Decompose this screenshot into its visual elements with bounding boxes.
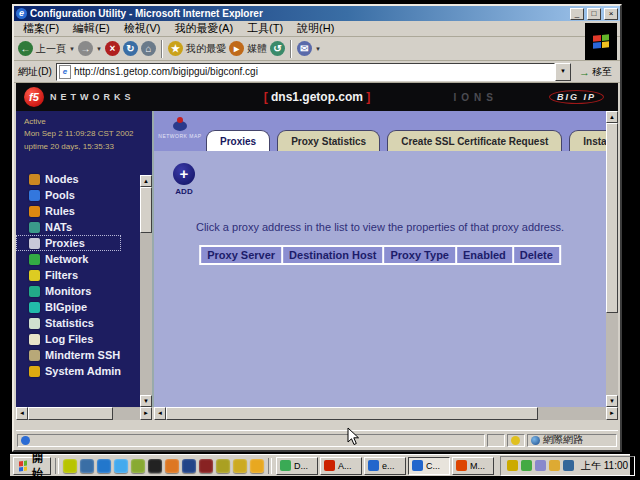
menu-tools[interactable]: 工具(T) bbox=[240, 21, 290, 36]
scroll-up-icon[interactable]: ▲ bbox=[140, 175, 152, 187]
sidebar-item-nats[interactable]: NATs bbox=[16, 219, 152, 235]
stop-button[interactable]: × bbox=[105, 41, 120, 56]
scrollbar-thumb[interactable] bbox=[140, 187, 152, 233]
scroll-down-icon[interactable]: ▼ bbox=[606, 395, 618, 407]
go-button[interactable]: → 移至 bbox=[575, 65, 616, 79]
sidebar-item-nodes[interactable]: Nodes bbox=[16, 171, 152, 187]
sidebar-item-monitors[interactable]: Monitors bbox=[16, 283, 152, 299]
back-button[interactable]: ← 上一頁 ▼ bbox=[18, 41, 75, 56]
close-button[interactable]: × bbox=[604, 8, 618, 20]
scroll-right-icon[interactable]: ► bbox=[606, 407, 618, 420]
quick-launch-icon-8[interactable] bbox=[182, 459, 196, 473]
f5-logo-text: NETWORKS bbox=[50, 92, 135, 102]
menu-help[interactable]: 說明(H) bbox=[290, 21, 341, 36]
tab-proxies[interactable]: Proxies bbox=[206, 130, 270, 151]
back-dropdown-icon[interactable]: ▼ bbox=[69, 46, 75, 52]
forward-button[interactable]: → ▼ bbox=[78, 41, 102, 56]
menu-view[interactable]: 檢視(V) bbox=[117, 21, 168, 36]
column-delete[interactable]: Delete bbox=[514, 247, 559, 263]
system-tray: 上午 11:00 bbox=[500, 456, 635, 476]
task-button-configuration-utility[interactable]: C... bbox=[408, 457, 450, 475]
sidebar-horizontal-scrollbar[interactable]: ◄ ► bbox=[16, 407, 152, 420]
scrollbar-thumb[interactable] bbox=[606, 123, 618, 313]
title-bar[interactable]: e Configuration Utility - Microsoft Inte… bbox=[14, 6, 620, 21]
quick-launch-icon-3[interactable] bbox=[97, 459, 111, 473]
sidebar-vertical-scrollbar[interactable]: ▲ ▼ bbox=[140, 175, 152, 407]
tab-proxy-statistics[interactable]: Proxy Statistics bbox=[277, 130, 380, 151]
menu-file[interactable]: 檔案(F) bbox=[16, 21, 66, 36]
quick-launch-icon-2[interactable] bbox=[80, 459, 94, 473]
minimize-button[interactable]: _ bbox=[570, 8, 584, 20]
tabs: Proxies Proxy Statistics Create SSL Cert… bbox=[206, 130, 618, 151]
quick-launch-icon-6[interactable] bbox=[148, 459, 162, 473]
media-button[interactable]: ▸ 媒體 bbox=[229, 41, 267, 56]
task-button-1[interactable]: D... bbox=[276, 457, 318, 475]
mail-dropdown-icon[interactable]: ▼ bbox=[315, 46, 321, 52]
sidebar-item-network[interactable]: Network bbox=[16, 251, 152, 267]
column-proxy-server[interactable]: Proxy Server bbox=[201, 247, 281, 263]
sidebar-item-mindterm-ssh[interactable]: Mindterm SSH bbox=[16, 347, 152, 363]
tray-icon-1[interactable] bbox=[507, 460, 518, 471]
tray-icon-3[interactable] bbox=[535, 460, 546, 471]
task-button-5[interactable]: M... bbox=[452, 457, 494, 475]
toolbar: ← 上一頁 ▼ → ▼ × ↻ ⌂ ★ 我的最愛 ▸ bbox=[14, 37, 620, 61]
quick-launch-icon-9[interactable] bbox=[199, 459, 213, 473]
scroll-up-icon[interactable]: ▲ bbox=[606, 111, 618, 123]
add-proxy-button[interactable]: + ADD bbox=[171, 163, 197, 196]
back-icon: ← bbox=[18, 41, 33, 56]
main-horizontal-scrollbar[interactable]: ◄ ► bbox=[154, 407, 618, 420]
column-enabled[interactable]: Enabled bbox=[457, 247, 512, 263]
security-zone-panel: 網際網路 bbox=[527, 434, 617, 447]
quick-launch-icon-1[interactable] bbox=[63, 459, 77, 473]
task-buttons: D... A... e... C... M... bbox=[276, 457, 494, 475]
start-button[interactable]: 開始 bbox=[13, 457, 51, 475]
scroll-right-icon[interactable]: ► bbox=[140, 407, 152, 420]
home-icon: ⌂ bbox=[141, 41, 156, 56]
network-map-button[interactable]: NETWORK MAP bbox=[159, 114, 201, 146]
quick-launch-icon-4[interactable] bbox=[114, 459, 128, 473]
address-dropdown-button[interactable]: ▼ bbox=[555, 63, 571, 81]
scrollbar-thumb[interactable] bbox=[166, 407, 538, 420]
mail-button[interactable]: ✉ ▼ bbox=[297, 41, 321, 56]
menu-favorites[interactable]: 我的最愛(A) bbox=[167, 21, 240, 36]
sidebar-item-system-admin[interactable]: System Admin bbox=[16, 363, 152, 379]
main-vertical-scrollbar[interactable]: ▲ ▼ bbox=[606, 111, 618, 407]
tray-icon-5[interactable] bbox=[563, 460, 574, 471]
scroll-left-icon[interactable]: ◄ bbox=[16, 407, 28, 420]
taskbar-clock[interactable]: 上午 11:00 bbox=[581, 459, 628, 473]
tray-icon-4[interactable] bbox=[549, 460, 560, 471]
sidebar-item-bigpipe[interactable]: BIGpipe bbox=[16, 299, 152, 315]
column-proxy-type[interactable]: Proxy Type bbox=[384, 247, 455, 263]
windows-flag-icon bbox=[19, 460, 27, 471]
quick-launch-icon-12[interactable] bbox=[250, 459, 264, 473]
tray-icon-2[interactable] bbox=[521, 460, 532, 471]
maximize-button[interactable]: □ bbox=[587, 8, 601, 20]
scroll-down-icon[interactable]: ▼ bbox=[140, 395, 152, 407]
favorites-button[interactable]: ★ 我的最愛 bbox=[168, 41, 226, 56]
task-button-3[interactable]: e... bbox=[364, 457, 406, 475]
sidebar-item-filters[interactable]: Filters bbox=[16, 267, 152, 283]
quick-launch-icon-11[interactable] bbox=[233, 459, 247, 473]
scrollbar-thumb[interactable] bbox=[28, 407, 113, 420]
home-button[interactable]: ⌂ bbox=[141, 41, 156, 56]
address-input[interactable]: e http://dns1.getop.com/bigipgui/bigconf… bbox=[56, 63, 555, 81]
task-button-2[interactable]: A... bbox=[320, 457, 362, 475]
quick-launch-icon-10[interactable] bbox=[216, 459, 230, 473]
refresh-button[interactable]: ↻ bbox=[123, 41, 138, 56]
scroll-left-icon[interactable]: ◄ bbox=[154, 407, 166, 420]
banner-watermark: IONS bbox=[454, 92, 498, 103]
document-icon bbox=[21, 436, 30, 445]
menu-edit[interactable]: 編輯(E) bbox=[66, 21, 117, 36]
quick-launch-icon-5[interactable] bbox=[131, 459, 145, 473]
sidebar-item-rules[interactable]: Rules bbox=[16, 203, 152, 219]
system-info: Active Mon Sep 2 11:09:28 CST 2002 uptim… bbox=[16, 111, 152, 157]
column-destination-host[interactable]: Destination Host bbox=[283, 247, 382, 263]
sidebar-item-pools[interactable]: Pools bbox=[16, 187, 152, 203]
tab-create-ssl-certificate-request[interactable]: Create SSL Certificate Request bbox=[387, 130, 562, 151]
sidebar-item-statistics[interactable]: Statistics bbox=[16, 315, 152, 331]
sidebar-item-log-files[interactable]: Log Files bbox=[16, 331, 152, 347]
history-button[interactable]: ↺ bbox=[270, 41, 285, 56]
sidebar-item-proxies[interactable]: Proxies bbox=[16, 235, 121, 251]
quick-launch-icon-7[interactable] bbox=[165, 459, 179, 473]
forward-dropdown-icon[interactable]: ▼ bbox=[96, 46, 102, 52]
